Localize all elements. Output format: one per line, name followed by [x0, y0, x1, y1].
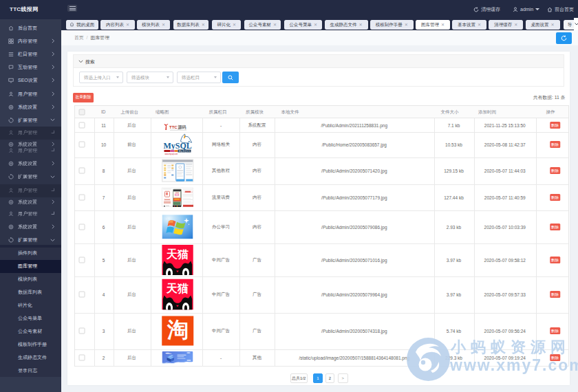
svg-text:www.mysql.com: www.mysql.com: [165, 153, 178, 155]
svg-text:源码: 源码: [178, 124, 186, 130]
svg-text:TTC: TTC: [169, 125, 178, 129]
svg-text:M y S Q L 5 . 7: M y S Q L 5 . 7: [179, 150, 193, 153]
svg-text:天猫: 天猫: [166, 248, 189, 260]
svg-text:MySQL: MySQL: [164, 141, 192, 151]
svg-text:天猫: 天猫: [166, 282, 189, 294]
